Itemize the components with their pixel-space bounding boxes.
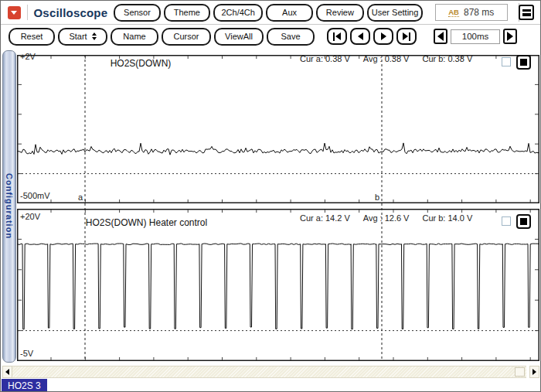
ab-time-value: 878 ms bbox=[464, 7, 494, 18]
channel-1-display-indicator[interactable] bbox=[516, 55, 531, 70]
playback-transport bbox=[327, 28, 417, 45]
skip-start-icon bbox=[333, 32, 335, 41]
channel-2-checkbox[interactable] bbox=[502, 216, 511, 226]
channel-1-title: HO2S(DOWN) bbox=[36, 58, 245, 69]
menu-icon[interactable] bbox=[519, 5, 534, 20]
channel-2-bottom-scale-label: -5V bbox=[20, 349, 33, 358]
cursor-b-reading-value: 0.38 V bbox=[447, 54, 472, 63]
user-setting-button[interactable]: User Setting bbox=[367, 4, 423, 22]
channel-2-title: HO2S(DOWN) Heater control bbox=[36, 217, 257, 228]
skip-end-icon bbox=[403, 32, 408, 40]
start-button-label: Start bbox=[69, 32, 87, 41]
configuration-label: Configuration bbox=[5, 173, 14, 239]
avg-reading-value: 0.38 V bbox=[385, 54, 410, 63]
scope-plot bbox=[17, 49, 539, 364]
avg-reading-label: Avg : bbox=[363, 54, 383, 63]
timebase-increase-button[interactable] bbox=[503, 29, 517, 44]
cursor-b-reading-value: 14.0 V bbox=[447, 213, 472, 223]
channel-1-checkbox[interactable] bbox=[502, 57, 511, 66]
cursor-a-reading-label: Cur a: bbox=[300, 54, 323, 63]
cursor-a-reading-label: Cur a: bbox=[300, 213, 323, 223]
toolbar-top: Oscilloscope Sensor Theme 2Ch/4Ch Aux Re… bbox=[1, 1, 540, 24]
toolbar-second: Reset Start Name Cursor ViewAll Save bbox=[1, 26, 540, 47]
dropdown-arrow-icon bbox=[11, 11, 17, 15]
channel-2-measurements: Cur a:14.2 V Avg :12.6 V Cur b:14.0 V bbox=[300, 213, 475, 223]
save-button[interactable]: Save bbox=[267, 28, 315, 46]
right-arrow-icon bbox=[532, 369, 536, 375]
scroll-right-button[interactable] bbox=[529, 366, 539, 378]
channel-1-measurements: Cur a:0.38 V Avg :0.38 V Cur b:0.38 V bbox=[300, 54, 475, 63]
horizontal-scrollbar[interactable] bbox=[2, 366, 539, 378]
scrollbar-track[interactable] bbox=[12, 366, 526, 378]
step-forward-button[interactable] bbox=[373, 28, 393, 45]
cursor-a-reading-value: 0.38 V bbox=[325, 54, 350, 63]
avg-reading-label: Avg : bbox=[363, 213, 383, 223]
cursor-a-reading-value: 14.2 V bbox=[325, 213, 350, 223]
sensor-button[interactable]: Sensor bbox=[114, 4, 160, 22]
spinner-icon bbox=[92, 32, 97, 40]
toolbar-separator bbox=[1, 24, 540, 25]
channel-1-waveform bbox=[17, 143, 539, 155]
cursor-a-label: a bbox=[78, 193, 83, 202]
review-button[interactable]: Review bbox=[316, 4, 364, 22]
configuration-sidebar-tab[interactable]: Configuration bbox=[2, 50, 16, 363]
theme-button[interactable]: Theme bbox=[164, 4, 210, 22]
step-forward-icon bbox=[381, 32, 386, 40]
channel-1-top-scale-label: +2V bbox=[20, 52, 36, 61]
channel-2-waveform bbox=[17, 244, 539, 329]
cursor-b-label: b bbox=[375, 193, 379, 202]
app-menu-button[interactable] bbox=[8, 6, 21, 19]
record-tab-label: HO2S 3 bbox=[8, 380, 41, 391]
cursor-b-reading-label: Cur b: bbox=[422, 213, 445, 223]
viewall-button[interactable]: ViewAll bbox=[214, 28, 264, 46]
timebase-control: 100ms bbox=[434, 29, 517, 44]
channel-1-box bbox=[18, 56, 539, 203]
right-arrow-icon bbox=[507, 32, 513, 41]
channel-1-bottom-scale-label: -500mV bbox=[20, 191, 50, 200]
app-title: Oscilloscope bbox=[34, 6, 108, 19]
step-back-icon bbox=[358, 32, 363, 40]
filled-square-icon bbox=[520, 218, 527, 225]
step-back-button[interactable] bbox=[350, 28, 370, 45]
oscilloscope-window: Oscilloscope Sensor Theme 2Ch/4Ch Aux Re… bbox=[0, 0, 541, 392]
start-button[interactable]: Start bbox=[58, 28, 107, 46]
timebase-decrease-button[interactable] bbox=[434, 29, 447, 44]
ab-cursor-icon: AB bbox=[448, 9, 459, 17]
divider bbox=[27, 5, 28, 20]
avg-reading-value: 12.6 V bbox=[385, 213, 410, 223]
reset-button[interactable]: Reset bbox=[9, 28, 55, 46]
channel-2-display-indicator[interactable] bbox=[516, 214, 531, 229]
cursor-b-reading-label: Cur b: bbox=[422, 54, 445, 63]
aux-button[interactable]: Aux bbox=[266, 4, 312, 22]
channel-2-box bbox=[18, 210, 539, 361]
filled-square-icon bbox=[520, 59, 527, 66]
cursor-button[interactable]: Cursor bbox=[162, 28, 211, 46]
scroll-left-button[interactable] bbox=[2, 366, 12, 378]
timebase-value: 100ms bbox=[451, 29, 500, 44]
channel-mode-button[interactable]: 2Ch/4Ch bbox=[213, 4, 263, 22]
scrollbar-thumb[interactable] bbox=[515, 367, 525, 377]
skip-to-end-button[interactable] bbox=[396, 28, 417, 45]
ab-time-measurement: AB 878 ms bbox=[435, 4, 507, 21]
skip-to-start-button[interactable] bbox=[327, 28, 347, 45]
name-button[interactable]: Name bbox=[111, 28, 158, 46]
record-tab[interactable]: HO2S 3 bbox=[2, 379, 47, 392]
left-arrow-icon bbox=[437, 32, 444, 41]
left-arrow-icon bbox=[5, 369, 9, 375]
